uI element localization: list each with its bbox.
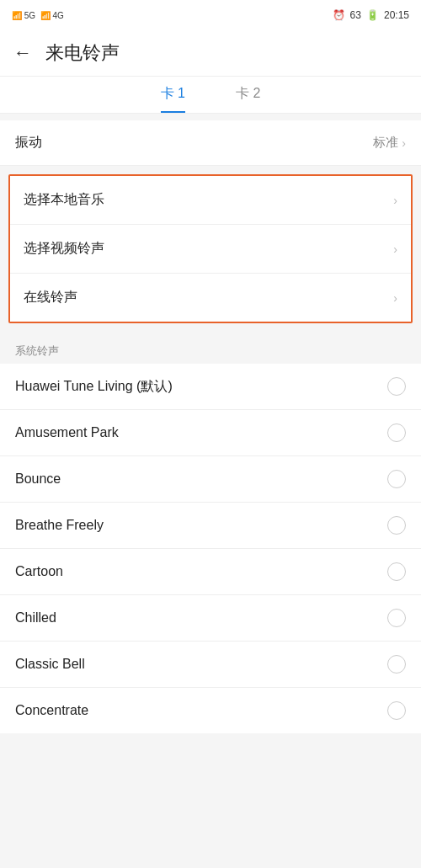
alarm-icon: ⏰ (333, 9, 345, 21)
radio-breathe-freely[interactable] (387, 516, 406, 535)
battery-level: 63 (350, 9, 361, 21)
system-ringtones-label: 系统铃声 (0, 332, 421, 364)
status-right: ⏰ 63 🔋 20:15 (333, 9, 409, 21)
chevron-online-ringtone: › (393, 291, 397, 305)
vibration-value: 标准 › (373, 135, 406, 151)
ringtone-row-breathe-freely[interactable]: Breathe Freely (0, 503, 421, 549)
battery-icon: 🔋 (366, 9, 379, 21)
vibration-label: 振动 (15, 134, 42, 152)
vibration-row[interactable]: 振动 标准 › (0, 120, 421, 166)
tab-card1[interactable]: 卡 1 (161, 85, 185, 113)
page-title: 来电铃声 (45, 40, 120, 66)
tabs-container: 卡 1 卡 2 (0, 77, 421, 114)
ringtone-row-amusement-park[interactable]: Amusement Park (0, 410, 421, 456)
radio-amusement-park[interactable] (387, 423, 406, 442)
status-left: 📶 5G 📶 4G (12, 11, 64, 20)
chevron-local-music: › (393, 194, 397, 207)
radio-chilled[interactable] (387, 609, 406, 627)
page-header: ← 来电铃声 (0, 30, 421, 77)
chevron-video-ringtone: › (393, 242, 397, 256)
status-bar: 📶 5G 📶 4G ⏰ 63 🔋 20:15 (0, 0, 421, 30)
option-online-ringtone[interactable]: 在线铃声 › (10, 274, 411, 322)
ringtone-row-huawei-tune[interactable]: Huawei Tune Living (默认) (0, 364, 421, 410)
ringtone-list: Huawei Tune Living (默认) Amusement Park B… (0, 364, 421, 733)
status-icons: 📶 5G 📶 4G (12, 11, 64, 20)
option-video-ringtone[interactable]: 选择视频铃声 › (10, 225, 411, 274)
radio-huawei-tune[interactable] (387, 377, 406, 396)
ringtone-row-chilled[interactable]: Chilled (0, 595, 421, 642)
radio-concentrate[interactable] (387, 701, 406, 720)
tab-card2[interactable]: 卡 2 (236, 85, 260, 113)
ringtone-row-classic-bell[interactable]: Classic Bell (0, 642, 421, 688)
options-box: 选择本地音乐 › 选择视频铃声 › 在线铃声 › (8, 174, 413, 323)
ringtone-row-bounce[interactable]: Bounce (0, 456, 421, 503)
radio-classic-bell[interactable] (387, 655, 406, 674)
back-button[interactable]: ← (13, 42, 32, 64)
option-local-music[interactable]: 选择本地音乐 › (10, 176, 411, 225)
radio-bounce[interactable] (387, 470, 406, 488)
vibration-chevron: › (402, 136, 406, 150)
radio-cartoon[interactable] (387, 562, 406, 581)
ringtone-row-cartoon[interactable]: Cartoon (0, 549, 421, 595)
ringtone-row-concentrate[interactable]: Concentrate (0, 688, 421, 733)
clock: 20:15 (384, 9, 409, 21)
